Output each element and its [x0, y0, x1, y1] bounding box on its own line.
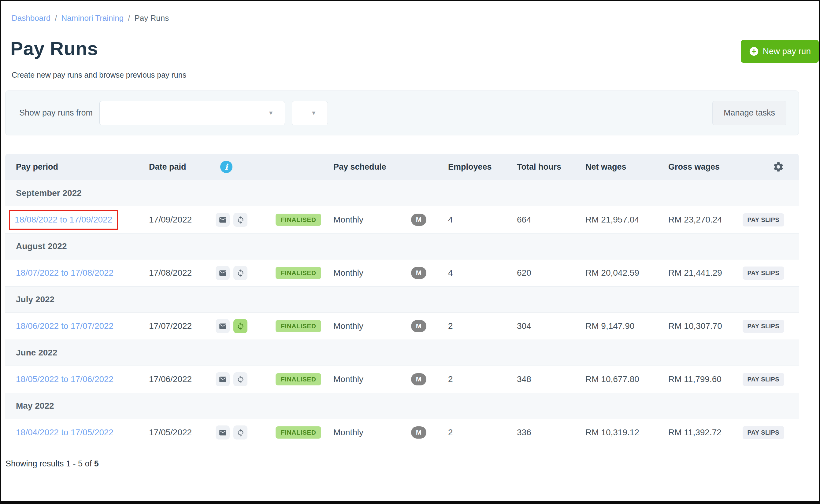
employees-value: 4: [441, 215, 508, 225]
pay-slips-button[interactable]: PAY SLIPS: [743, 267, 784, 280]
month-group: June 2022 18/05/2022 to 17/06/2022 17/06…: [5, 340, 799, 393]
schedule-frequency-badge: M: [411, 373, 427, 385]
pay-schedule-value: Monthly: [327, 321, 404, 331]
month-group-label: August 2022: [5, 241, 67, 251]
breadcrumb: Dashboard / Naminori Training / Pay Runs: [12, 13, 819, 23]
pay-run-row: 18/07/2022 to 17/08/2022 17/08/2022 FINA…: [5, 259, 799, 286]
results-summary-text: Showing results 1 - 5 of: [6, 459, 92, 468]
plus-circle-icon: [749, 46, 759, 57]
month-group: July 2022 18/06/2022 to 17/07/2022 17/07…: [5, 286, 799, 340]
net-wages-value: RM 20,042.59: [578, 268, 661, 278]
sync-icon: [236, 429, 245, 437]
total-hours-value: 620: [508, 268, 578, 278]
total-hours-value: 304: [508, 321, 578, 331]
net-wages-value: RM 10,319.12: [578, 428, 661, 437]
gear-icon[interactable]: [773, 161, 784, 173]
month-group: May 2022 18/04/2022 to 17/05/2022 17/05/…: [5, 393, 799, 446]
refresh-pay-run-button[interactable]: [233, 266, 247, 280]
sync-icon: [236, 269, 245, 277]
breadcrumb-link-dashboard[interactable]: Dashboard: [12, 13, 50, 23]
pay-run-row: 18/08/2022 to 17/09/2022 17/09/2022 FINA…: [5, 206, 799, 233]
page-subtitle: Create new pay runs and browse previous …: [12, 71, 819, 79]
column-header-pay-period: Pay period: [5, 162, 139, 172]
column-header-total-hours: Total hours: [508, 162, 578, 172]
schedule-frequency-badge: M: [411, 320, 427, 332]
refresh-pay-run-button[interactable]: [233, 425, 247, 440]
email-payslips-button[interactable]: [216, 213, 230, 227]
pay-run-count-select[interactable]: ▼: [292, 101, 328, 125]
column-header-gross-wages: Gross wages: [661, 162, 740, 172]
month-group-label: June 2022: [5, 348, 57, 358]
pay-period-link[interactable]: 18/05/2022 to 17/06/2022: [16, 374, 113, 384]
pay-period-link[interactable]: 18/04/2022 to 17/05/2022: [16, 428, 113, 437]
breadcrumb-current: Pay Runs: [134, 13, 169, 23]
pay-period-link[interactable]: 18/08/2022 to 17/09/2022: [15, 215, 112, 224]
pay-runs-table: Pay period Date paid i Pay schedule Empl…: [5, 154, 799, 446]
email-payslips-button[interactable]: [216, 372, 230, 386]
gross-wages-value: RM 11,799.60: [661, 374, 740, 384]
page-title: Pay Runs: [10, 38, 98, 59]
total-hours-value: 664: [508, 215, 578, 225]
envelope-icon: [219, 269, 227, 277]
results-total-count: 5: [94, 459, 99, 468]
pay-schedule-value: Monthly: [327, 215, 404, 225]
envelope-icon: [219, 322, 227, 330]
gross-wages-value: RM 11,392.72: [661, 428, 740, 437]
column-header-employees: Employees: [441, 162, 508, 172]
email-payslips-button[interactable]: [216, 425, 230, 440]
breadcrumb-link-business[interactable]: Naminori Training: [61, 13, 124, 23]
pay-run-row: 18/05/2022 to 17/06/2022 17/06/2022 FINA…: [5, 366, 799, 393]
status-badge: FINALISED: [275, 267, 321, 279]
sync-icon: [236, 375, 245, 384]
app-window: Dashboard / Naminori Training / Pay Runs…: [0, 0, 820, 504]
schedule-frequency-badge: M: [411, 214, 427, 226]
pay-schedule-value: Monthly: [327, 268, 404, 278]
gross-wages-value: RM 10,307.70: [661, 321, 740, 331]
total-hours-value: 336: [508, 428, 578, 437]
refresh-pay-run-button[interactable]: [233, 319, 247, 333]
pay-slips-button[interactable]: PAY SLIPS: [743, 426, 784, 439]
gross-wages-value: RM 23,270.24: [661, 215, 740, 225]
date-paid-value: 17/09/2022: [139, 215, 211, 225]
column-header-pay-schedule: Pay schedule: [327, 162, 404, 172]
table-header-row: Pay period Date paid i Pay schedule Empl…: [5, 154, 799, 180]
date-paid-value: 17/06/2022: [139, 374, 211, 384]
month-group-label: May 2022: [5, 401, 54, 411]
pay-run-row: 18/04/2022 to 17/05/2022 17/05/2022 FINA…: [5, 419, 799, 446]
employees-value: 2: [441, 321, 508, 331]
column-header-net-wages: Net wages: [578, 162, 661, 172]
pay-run-period-select[interactable]: ▼: [99, 101, 285, 125]
status-badge: FINALISED: [275, 373, 321, 385]
refresh-pay-run-button[interactable]: [233, 372, 247, 386]
pay-period-link[interactable]: 18/07/2022 to 17/08/2022: [16, 268, 113, 278]
results-summary: Showing results 1 - 5 of 5: [5, 459, 819, 469]
net-wages-value: RM 21,957.04: [578, 215, 661, 225]
refresh-pay-run-button[interactable]: [233, 213, 247, 227]
pay-slips-button[interactable]: PAY SLIPS: [743, 213, 784, 226]
info-icon[interactable]: i: [220, 161, 232, 173]
pay-slips-button[interactable]: PAY SLIPS: [743, 373, 784, 386]
pay-slips-button[interactable]: PAY SLIPS: [743, 320, 784, 333]
net-wages-value: RM 10,677.80: [578, 374, 661, 384]
filter-bar: Show pay runs from ▼ ▼ Manage tasks: [5, 90, 799, 135]
pay-schedule-value: Monthly: [327, 374, 404, 384]
pay-schedule-value: Monthly: [327, 428, 404, 437]
month-group-header: July 2022: [5, 286, 799, 312]
sync-icon: [236, 216, 245, 224]
email-payslips-button[interactable]: [216, 266, 230, 280]
month-group-header: September 2022: [5, 180, 799, 206]
email-payslips-button[interactable]: [216, 319, 230, 333]
envelope-icon: [219, 216, 227, 224]
pay-period-link[interactable]: 18/06/2022 to 17/07/2022: [16, 321, 113, 331]
month-group: September 2022 18/08/2022 to 17/09/2022 …: [5, 180, 799, 233]
manage-tasks-button[interactable]: Manage tasks: [712, 101, 786, 125]
envelope-icon: [219, 429, 227, 437]
month-group-header: June 2022: [5, 340, 799, 366]
new-pay-run-button[interactable]: New pay run: [741, 40, 819, 63]
employees-value: 2: [441, 374, 508, 384]
date-paid-value: 17/05/2022: [139, 428, 211, 437]
month-group-header: August 2022: [5, 233, 799, 259]
schedule-frequency-badge: M: [411, 267, 427, 279]
status-badge: FINALISED: [275, 426, 321, 439]
new-pay-run-label: New pay run: [763, 46, 811, 56]
